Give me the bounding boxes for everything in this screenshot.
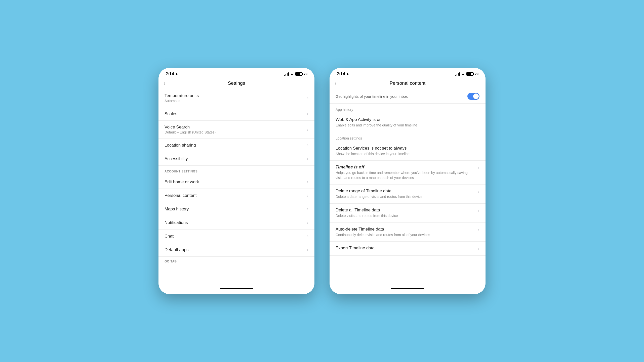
bottom-bar-2 (330, 285, 486, 294)
settings-item-voice-content: Voice Search Default – English (United S… (165, 125, 305, 134)
nav-header-1: ‹ Settings (158, 78, 314, 89)
chevron-location: › (307, 143, 308, 148)
timeline-off-title: Timeline is off (336, 165, 476, 170)
time-display-1: 2:14 (166, 71, 174, 76)
web-app-activity-item[interactable]: Web & App Activity is on Enable edits an… (330, 113, 486, 132)
status-bar-2: 2:14 ➤ ▲ 79 (330, 68, 486, 78)
settings-item-default-title: Default apps (165, 247, 305, 252)
export-timeline-item[interactable]: Export Timeline data › (330, 242, 486, 256)
settings-item-chat[interactable]: Chat › (158, 230, 314, 243)
settings-item-maps-title: Maps history (165, 207, 305, 212)
chevron-chat: › (307, 234, 308, 239)
personal-content-list[interactable]: Get highlights of your timeline in your … (330, 89, 486, 285)
back-button-1[interactable]: ‹ (164, 80, 166, 87)
settings-item-scales-content: Scales (165, 111, 305, 116)
settings-item-accessibility-title: Accessibility (165, 156, 305, 161)
timeline-off-subtitle: Helps you go back in time and remember w… (336, 170, 476, 180)
chevron-voice: › (307, 127, 308, 132)
location-arrow-icon-2: ➤ (346, 72, 349, 76)
status-bar-1: 2:14 ➤ ▲ 79 (158, 68, 314, 78)
settings-item-voice-title: Voice Search (165, 125, 305, 130)
settings-item-maps-history[interactable]: Maps history › (158, 202, 314, 216)
location-settings-label: Location settings (330, 132, 486, 142)
chevron-accessibility: › (307, 156, 308, 161)
delete-range-item[interactable]: Delete range of Timeline data Delete a d… (330, 185, 486, 204)
signal-bars-2 (455, 72, 460, 76)
settings-item-home-content: Edit home or work (165, 179, 305, 185)
delete-range-content: Delete range of Timeline data Delete a d… (336, 189, 476, 199)
timeline-highlights-text: Get highlights of your timeline in your … (336, 94, 465, 99)
web-app-activity-content: Web & App Activity is on Enable edits an… (336, 117, 479, 128)
web-app-activity-subtitle: Enable edits and improve the quality of … (336, 123, 479, 128)
signal-bar-3 (287, 73, 288, 76)
status-icons-1: ▲ 79 (284, 72, 307, 76)
chevron-default: › (307, 247, 308, 252)
settings-item-home-work[interactable]: Edit home or work › (158, 175, 314, 189)
timeline-highlights-toggle[interactable] (467, 93, 479, 100)
location-services-title: Location Services is not set to always (336, 146, 479, 151)
account-settings-header: ACCOUNT SETTINGS (158, 166, 314, 175)
battery-percent-2: 79 (475, 72, 478, 76)
delete-range-title: Delete range of Timeline data (336, 189, 476, 194)
status-time-2: 2:14 ➤ (337, 71, 349, 76)
settings-item-scales[interactable]: Scales › (158, 107, 314, 121)
auto-delete-item[interactable]: Auto-delete Timeline data Continuously d… (330, 223, 486, 242)
settings-item-temperature[interactable]: Temperature units Automatic › (158, 89, 314, 107)
phones-container: 2:14 ➤ ▲ 79 ‹ Settings (158, 68, 486, 294)
battery-percent-1: 79 (304, 72, 307, 76)
settings-item-default-content: Default apps (165, 247, 305, 252)
delete-range-subtitle: Delete a date range of visits and routes… (336, 194, 476, 199)
settings-item-location-content: Location sharing (165, 143, 305, 148)
auto-delete-content: Auto-delete Timeline data Continuously d… (336, 227, 476, 238)
auto-delete-title: Auto-delete Timeline data (336, 227, 476, 232)
timeline-off-item[interactable]: Timeline is off Helps you go back in tim… (330, 161, 486, 185)
settings-item-temperature-title: Temperature units (165, 93, 305, 98)
phone-settings: 2:14 ➤ ▲ 79 ‹ Settings (158, 68, 314, 294)
back-button-2[interactable]: ‹ (335, 80, 337, 87)
settings-list[interactable]: Temperature units Automatic › Scales › V… (158, 89, 314, 285)
timeline-off-content: Timeline is off Helps you go back in tim… (336, 165, 476, 180)
chevron-personal: › (307, 193, 308, 198)
delete-all-item[interactable]: Delete all Timeline data Delete visits a… (330, 204, 486, 223)
signal-bar-2-3 (458, 73, 459, 76)
delete-all-subtitle: Delete visits and routes from this devic… (336, 213, 476, 218)
settings-item-notifications-content: Notifications (165, 220, 305, 225)
go-tab-section: GO TAB (158, 257, 314, 265)
location-services-content: Location Services is not set to always S… (336, 146, 479, 157)
chevron-notifications: › (307, 220, 308, 225)
personal-content-title: Personal content (390, 80, 426, 86)
chevron-timeline-off: › (478, 165, 479, 170)
settings-item-accessibility-content: Accessibility (165, 156, 305, 161)
status-time-1: 2:14 ➤ (166, 71, 178, 76)
signal-bar-4 (288, 72, 289, 76)
timeline-highlights-item[interactable]: Get highlights of your timeline in your … (330, 89, 486, 104)
settings-item-home-title: Edit home or work (165, 179, 305, 185)
web-app-activity-title: Web & App Activity is on (336, 117, 479, 122)
bottom-bar-1 (158, 285, 314, 294)
chevron-home: › (307, 179, 308, 185)
settings-item-maps-content: Maps history (165, 207, 305, 212)
export-timeline-title: Export Timeline data (336, 246, 476, 251)
signal-bar-2-2 (457, 74, 457, 76)
app-history-label: App history (330, 104, 486, 113)
settings-item-location-sharing[interactable]: Location sharing › (158, 139, 314, 152)
location-arrow-icon-1: ➤ (175, 72, 178, 76)
chevron-delete-all: › (478, 208, 479, 213)
location-services-item[interactable]: Location Services is not set to always S… (330, 142, 486, 161)
wifi-icon-1: ▲ (290, 72, 294, 76)
home-indicator-2 (391, 288, 424, 289)
battery-icon-2 (466, 72, 473, 76)
settings-item-voice-subtitle: Default – English (United States) (165, 130, 305, 134)
settings-item-notifications[interactable]: Notifications › (158, 216, 314, 230)
wifi-icon-2: ▲ (461, 72, 465, 76)
chevron-scales: › (307, 111, 308, 116)
go-tab-label: GO TAB (165, 260, 308, 263)
settings-item-accessibility[interactable]: Accessibility › (158, 152, 314, 166)
settings-item-chat-content: Chat (165, 234, 305, 239)
settings-item-personal-content[interactable]: Personal content › (158, 189, 314, 202)
battery-fill-2 (467, 73, 471, 75)
settings-item-default-apps[interactable]: Default apps › (158, 243, 314, 257)
settings-item-voice-search[interactable]: Voice Search Default – English (United S… (158, 121, 314, 139)
phone-personal-content: 2:14 ➤ ▲ 79 ‹ Personal content (330, 68, 486, 294)
chevron-export: › (478, 246, 479, 251)
